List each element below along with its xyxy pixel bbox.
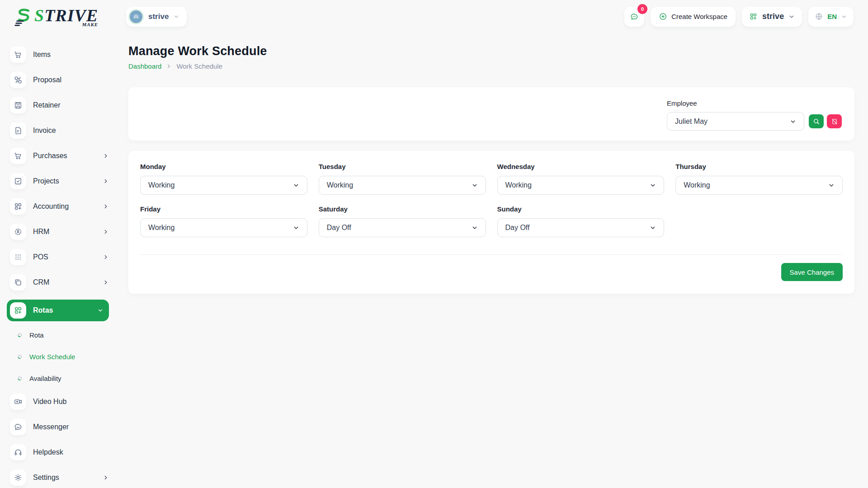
sidebar-item-label: Proposal	[33, 76, 61, 84]
employee-label: Employee	[667, 99, 842, 107]
save-changes-button[interactable]: Save Changes	[781, 263, 843, 281]
day-status-value: Working	[505, 181, 532, 189]
sidebar-item-helpdesk[interactable]: Helpdesk	[10, 444, 109, 460]
main-content: Manage Work Schedule Dashboard Work Sche…	[117, 33, 868, 294]
day-status-select-thursday[interactable]: Working	[675, 176, 843, 195]
sidebar-item-accounting[interactable]: Accounting	[10, 198, 109, 215]
day-field-tuesday: Tuesday Working	[319, 163, 486, 195]
topbar-actions: 0 Create Workspace strive EN	[624, 7, 854, 27]
sidebar-item-pos[interactable]: POS	[10, 249, 109, 265]
bullet-ring-icon	[17, 354, 23, 359]
grid-plus-icon	[10, 302, 26, 319]
day-field-friday: Friday Working	[140, 205, 307, 237]
overlap-squares-icon	[10, 274, 26, 291]
day-status-select-wednesday[interactable]: Working	[497, 176, 665, 195]
video-camera-icon	[10, 394, 26, 410]
day-field-wednesday: Wednesday Working	[497, 163, 665, 195]
create-workspace-button[interactable]: Create Workspace	[651, 7, 736, 27]
building-icon	[132, 13, 140, 21]
day-status-select-monday[interactable]: Working	[140, 176, 307, 195]
sidebar-item-label: Video Hub	[33, 398, 66, 406]
chevron-down-icon	[649, 224, 656, 231]
chevron-down-icon	[828, 182, 835, 189]
sidebar-item-settings[interactable]: Settings	[10, 469, 109, 486]
messages-button[interactable]: 0	[624, 7, 644, 27]
employee-filter: Employee Juliet May	[667, 99, 842, 141]
clear-filter-button[interactable]	[827, 114, 842, 128]
sidebar-subitem-availability[interactable]: Availability	[18, 372, 109, 385]
day-status-select-tuesday[interactable]: Working	[319, 176, 486, 195]
workspace-selector[interactable]: strive	[126, 7, 187, 27]
sidebar-item-purchases[interactable]: Purchases	[10, 148, 109, 164]
sidebar-subitem-label: Work Schedule	[29, 353, 75, 361]
sidebar-item-invoice[interactable]: Invoice	[10, 122, 109, 139]
sidebar-item-retainer[interactable]: Retainer	[10, 97, 109, 113]
day-status-value: Working	[148, 224, 175, 232]
day-status-select-friday[interactable]: Working	[140, 218, 307, 237]
sidebar-item-projects[interactable]: Projects	[10, 173, 109, 189]
globe-icon	[815, 12, 823, 21]
search-button[interactable]	[809, 114, 824, 128]
dots-grid-icon	[10, 249, 26, 265]
headset-icon	[10, 444, 26, 460]
day-status-value: Working	[327, 181, 353, 189]
sidebar-item-label: Items	[33, 51, 51, 59]
app-logo: STRIVE MAKE	[14, 6, 126, 27]
chat-bubble-icon	[10, 419, 26, 435]
day-status-select-sunday[interactable]: Day Off	[497, 218, 665, 237]
workspace-avatar	[128, 9, 144, 24]
plus-circle-icon	[659, 12, 667, 21]
chevron-right-icon	[103, 254, 109, 260]
sidebar-item-video-hub[interactable]: Video Hub	[10, 394, 109, 410]
chevron-down-icon	[788, 14, 795, 20]
sidebar-item-hrm[interactable]: HRM	[10, 224, 109, 240]
sidebar-item-messenger[interactable]: Messenger	[10, 419, 109, 435]
sidebar-item-label: Helpdesk	[33, 448, 63, 456]
day-label: Thursday	[675, 163, 843, 170]
grid-plus-icon	[749, 12, 758, 21]
day-status-select-saturday[interactable]: Day Off	[319, 218, 486, 237]
sidebar-item-rotas[interactable]: Rotas	[7, 300, 109, 321]
day-grid: Monday Working Tuesday Working Wednesday…	[140, 163, 843, 237]
sidebar-subitem-label: Availability	[29, 375, 61, 382]
sidebar-subitem-work-schedule[interactable]: Work Schedule	[18, 350, 109, 363]
sidebar: Items Proposal Retainer Invoice Purchase…	[0, 33, 117, 488]
chevron-down-icon	[97, 307, 104, 314]
day-field-sunday: Sunday Day Off	[497, 205, 665, 237]
day-label: Tuesday	[319, 163, 486, 170]
sidebar-item-label: Purchases	[33, 152, 67, 160]
breadcrumb-current: Work Schedule	[176, 62, 222, 70]
sidebar-subitem-label: Rota	[29, 331, 44, 339]
chevron-right-icon	[103, 178, 109, 184]
grid-plus-icon	[10, 198, 26, 215]
chat-bubble-icon	[630, 12, 639, 21]
day-label: Saturday	[319, 205, 486, 213]
sidebar-subitem-rota[interactable]: Rota	[18, 328, 109, 341]
sidebar-item-label: Invoice	[33, 127, 56, 135]
bullet-ring-icon	[17, 375, 23, 381]
day-status-value: Working	[684, 181, 710, 189]
employee-select[interactable]: Juliet May	[667, 112, 804, 131]
sidebar-item-crm[interactable]: CRM	[10, 274, 109, 291]
chevron-down-icon	[789, 118, 797, 125]
check-square-icon	[10, 173, 26, 189]
chevron-down-icon	[292, 224, 300, 231]
day-field-saturday: Saturday Day Off	[319, 205, 486, 237]
chevron-right-icon	[166, 63, 172, 69]
sidebar-item-label: POS	[33, 253, 48, 261]
sidebar-item-label: Messenger	[33, 423, 69, 431]
chevron-right-icon	[103, 229, 109, 235]
employee-select-value: Juliet May	[675, 117, 708, 126]
chevron-down-icon	[471, 224, 478, 231]
sidebar-item-items[interactable]: Items	[10, 47, 109, 63]
chevron-down-icon	[841, 14, 847, 20]
sidebar-item-label: Settings	[33, 474, 59, 482]
sidebar-item-proposal[interactable]: Proposal	[10, 72, 109, 88]
language-selector[interactable]: EN	[808, 7, 854, 27]
day-status-value: Day Off	[327, 224, 351, 232]
chevron-down-icon	[649, 182, 656, 189]
workspace-switcher[interactable]: strive	[742, 7, 802, 27]
breadcrumb-dashboard-link[interactable]: Dashboard	[128, 62, 161, 70]
clear-filter-icon	[831, 118, 838, 125]
workspace-switcher-label: strive	[762, 12, 784, 21]
